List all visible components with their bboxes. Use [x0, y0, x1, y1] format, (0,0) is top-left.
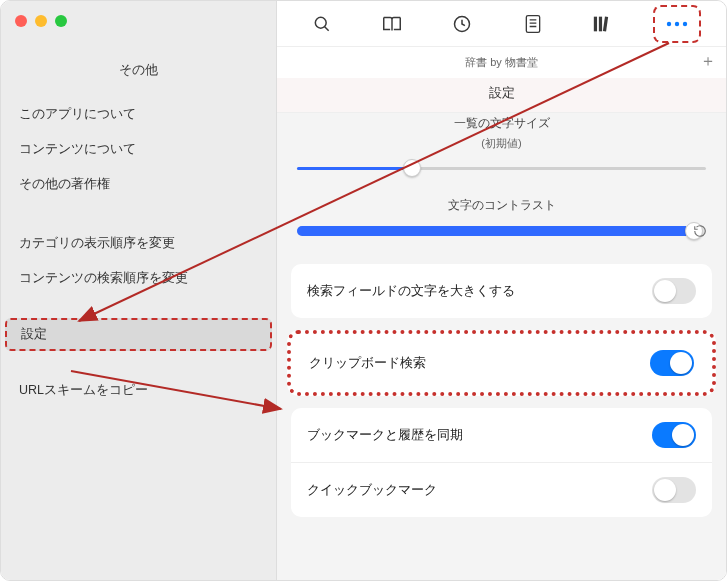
svg-line-1 — [325, 26, 329, 30]
sidebar-item-settings[interactable]: 設定 — [5, 318, 272, 351]
svg-point-11 — [675, 21, 679, 25]
annotation-more-highlight — [653, 5, 701, 43]
contrast-label: 文字のコントラスト — [277, 197, 726, 214]
svg-point-12 — [683, 21, 687, 25]
card-enlarge-search: 検索フィールドの文字を大きくする — [291, 264, 712, 318]
row-label-sync: ブックマークと履歴を同期 — [307, 426, 463, 444]
svg-rect-7 — [594, 16, 597, 31]
app-title-bar: 辞書 by 物書堂 ＋ — [277, 47, 726, 78]
note-icon[interactable] — [513, 9, 553, 39]
window-controls — [1, 1, 276, 47]
font-size-label: 一覧の文字サイズ — [277, 115, 726, 132]
sidebar-item-about-content[interactable]: コンテンツについて — [1, 132, 276, 167]
font-size-slider[interactable] — [297, 161, 706, 175]
more-icon[interactable] — [657, 9, 697, 39]
row-label-enlarge-search: 検索フィールドの文字を大きくする — [307, 282, 515, 300]
toggle-enlarge-search[interactable] — [652, 278, 696, 304]
font-size-sublabel: (初期値) — [277, 136, 726, 151]
sidebar-item-category-order[interactable]: カテゴリの表示順序を変更 — [1, 226, 276, 261]
sidebar-item-url-scheme[interactable]: URLスキームをコピー — [1, 373, 276, 408]
content-pane: 辞書 by 物書堂 ＋ 設定 一覧の文字サイズ (初期値) 文字のコントラスト — [277, 1, 726, 580]
sidebar-item-search-order[interactable]: コンテンツの検索順序を変更 — [1, 261, 276, 296]
sidebar-group-settings: 設定 — [1, 320, 276, 349]
section-title: 設定 — [277, 78, 726, 113]
svg-point-10 — [667, 21, 671, 25]
toggle-quick-bookmark[interactable] — [652, 477, 696, 503]
sidebar-group-url: URLスキームをコピー — [1, 373, 276, 408]
sidebar-item-copyright[interactable]: その他の著作権 — [1, 167, 276, 202]
row-label-quick-bookmark: クイックブックマーク — [307, 481, 437, 499]
settings-scroll[interactable]: 一覧の文字サイズ (初期値) 文字のコントラスト — [277, 113, 726, 580]
toolbar — [277, 1, 726, 47]
search-icon[interactable] — [302, 9, 342, 39]
app-title: 辞書 by 物書堂 — [465, 56, 538, 68]
sidebar-item-about-app[interactable]: このアプリについて — [1, 97, 276, 132]
svg-rect-9 — [603, 16, 608, 31]
sidebar-group-order: カテゴリの表示順序を変更 コンテンツの検索順序を変更 — [1, 226, 276, 296]
zoom-window-button[interactable] — [55, 15, 67, 27]
svg-rect-8 — [599, 16, 602, 31]
add-tab-button[interactable]: ＋ — [700, 51, 716, 72]
svg-rect-3 — [526, 15, 539, 32]
minimize-window-button[interactable] — [35, 15, 47, 27]
library-icon[interactable] — [583, 9, 623, 39]
sidebar-group-about: このアプリについて コンテンツについて その他の著作権 — [1, 97, 276, 202]
contrast-reset-icon[interactable] — [692, 223, 708, 239]
bookmark-icon[interactable] — [372, 9, 412, 39]
row-label-clipboard: クリップボード検索 — [309, 354, 426, 372]
sidebar: その他 このアプリについて コンテンツについて その他の著作権 カテゴリの表示順… — [1, 1, 277, 580]
contrast-slider[interactable] — [297, 224, 706, 238]
sidebar-title: その他 — [1, 47, 276, 97]
annotation-clipboard-highlight: クリップボード検索 — [287, 330, 716, 396]
card-sync: ブックマークと履歴を同期 クイックブックマーク — [291, 408, 712, 517]
toggle-clipboard[interactable] — [650, 350, 694, 376]
history-icon[interactable] — [442, 9, 482, 39]
toggle-sync[interactable] — [652, 422, 696, 448]
close-window-button[interactable] — [15, 15, 27, 27]
svg-point-0 — [315, 17, 326, 28]
